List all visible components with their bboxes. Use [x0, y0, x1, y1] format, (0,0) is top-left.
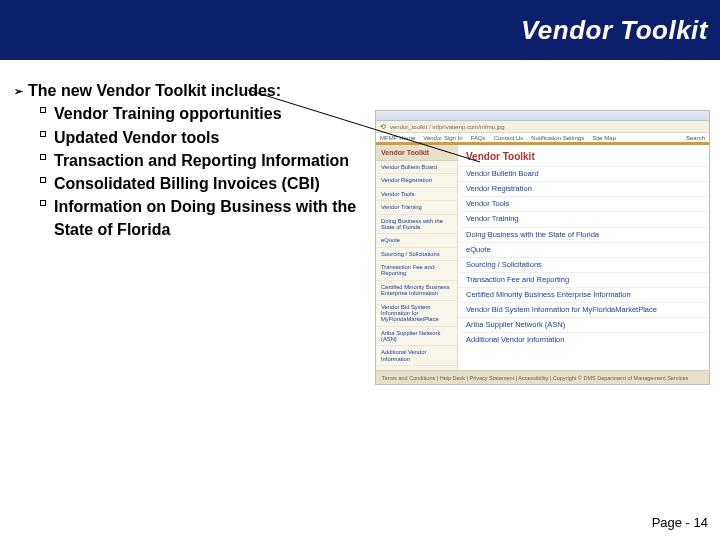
topnav-signin: Vendor Sign In [423, 135, 462, 141]
page-title: Vendor Toolkit [521, 15, 708, 46]
square-bullet-icon [32, 126, 54, 137]
sidebar-item: Doing Business with the State of Florida [376, 215, 457, 235]
sidebar-item: eQuote [376, 234, 457, 247]
sidebar-item: Transaction Fee and Reporting [376, 261, 457, 281]
screenshot-sidebar: Vendor Toolkit Vendor Bulletin Board Ven… [376, 145, 458, 370]
sidebar-title: Vendor Toolkit [376, 145, 457, 161]
intro-text: The new Vendor Toolkit includes: [28, 80, 281, 102]
arrow-bullet-icon: ➢ [14, 80, 28, 99]
sidebar-item: Vendor Training [376, 201, 457, 214]
url-fragment: vendor_toolkit / mfprivatemp.com/mfmp.jp… [390, 124, 705, 130]
main-item: Transaction Fee and Reporting [458, 272, 709, 287]
topnav-search: Search [686, 135, 705, 141]
topnav-faq: FAQs [471, 135, 486, 141]
window-titlebar [376, 111, 709, 121]
topnav-sitemap: Site Map [592, 135, 616, 141]
sub-bullet-list: Vendor Training opportunities Updated Ve… [32, 102, 364, 241]
square-bullet-icon [32, 195, 54, 206]
sidebar-item: Certified Minority Business Enterprise I… [376, 281, 457, 301]
main-item: Vendor Bid System Information for MyFlor… [458, 302, 709, 317]
embedded-screenshot: ⟲ vendor_toolkit / mfprivatemp.com/mfmp.… [375, 110, 710, 385]
page-number: Page - 14 [652, 515, 708, 530]
main-item: Additional Vendor Information [458, 332, 709, 347]
main-item: Certified Minority Business Enterprise I… [458, 287, 709, 302]
square-bullet-icon [32, 149, 54, 160]
sidebar-item: Vendor Tools [376, 188, 457, 201]
sidebar-item: Vendor Registration [376, 174, 457, 187]
sidebar-item: Sourcing / Solicitations [376, 248, 457, 261]
title-bar: Vendor Toolkit [0, 0, 720, 60]
bullet-item: Transaction and Reporting Information [54, 149, 364, 172]
main-item: Vendor Registration [458, 181, 709, 196]
bullet-item: Vendor Training opportunities [54, 102, 364, 125]
sidebar-version: Version [376, 384, 457, 385]
browser-toolbar: ⟲ vendor_toolkit / mfprivatemp.com/mfmp.… [376, 121, 709, 133]
main-item: Sourcing / Solicitations [458, 257, 709, 272]
bullet-content: ➢ The new Vendor Toolkit includes: Vendo… [14, 80, 364, 242]
topnav-home: MFMP Home [380, 135, 415, 141]
square-bullet-icon [32, 102, 54, 113]
sidebar-item: Additional Vendor Information [376, 346, 457, 366]
screenshot-footer: Terms and Conditions | Help Desk | Priva… [376, 370, 709, 384]
bullet-item: Consolidated Billing Invoices (CBI) [54, 172, 364, 195]
main-title: Vendor Toolkit [458, 145, 709, 166]
main-item: Ariba Supplier Network (ASN) [458, 317, 709, 332]
screenshot-main: Vendor Toolkit Vendor Bulletin Board Ven… [458, 145, 709, 370]
main-item: Vendor Bulletin Board [458, 166, 709, 181]
bullet-item: Updated Vendor tools [54, 126, 364, 149]
main-item: Doing Business with the State of Florida [458, 227, 709, 242]
square-bullet-icon [32, 172, 54, 183]
sidebar-item: Ariba Supplier Network (ASN) [376, 327, 457, 347]
topnav-notify: Notification Settings [531, 135, 584, 141]
sidebar-item: Vendor Bid System Information for MyFlor… [376, 301, 457, 327]
main-item: Vendor Tools [458, 196, 709, 211]
main-item: eQuote [458, 242, 709, 257]
topnav-contact: Contact Us [494, 135, 524, 141]
site-topnav: MFMP Home Vendor Sign In FAQs Contact Us… [376, 133, 709, 145]
back-icon: ⟲ [380, 123, 386, 131]
bullet-item: Information on Doing Business with the S… [54, 195, 364, 241]
sidebar-item: Vendor Bulletin Board [376, 161, 457, 174]
main-item: Vendor Training [458, 211, 709, 226]
